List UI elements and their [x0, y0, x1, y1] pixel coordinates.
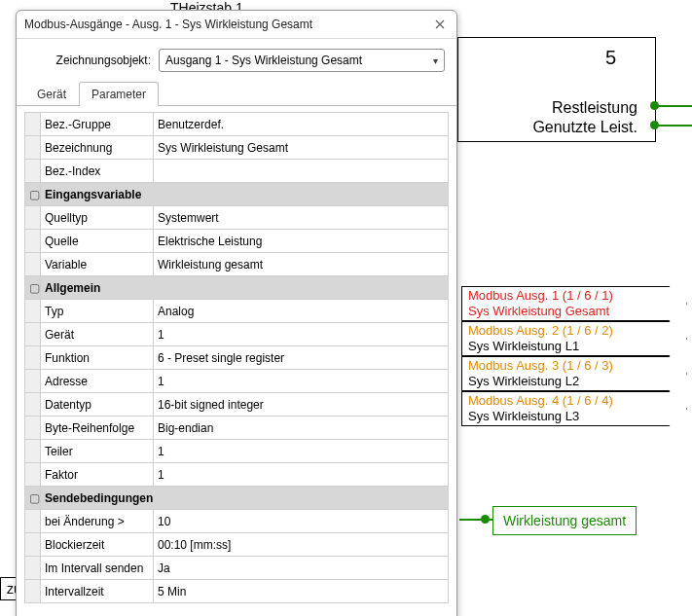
wire-dot: [650, 101, 659, 110]
close-icon[interactable]: [431, 16, 449, 33]
port-restleistung: Restleistung: [552, 99, 637, 117]
wire-dot: [650, 121, 659, 129]
prop-key: Teiler: [41, 440, 154, 463]
prop-value[interactable]: [154, 160, 449, 183]
row-zeichnungsobjekt: Zeichnungsobjekt: Ausgang 1 - Sys Wirkle…: [17, 39, 456, 80]
prop-value[interactable]: Systemwert: [154, 206, 449, 230]
table-row: Bez.-Index: [25, 160, 449, 183]
dialog-button-row: OK OK, ohne Zuweisen Abbrechen: [17, 607, 456, 616]
table-row: TypAnalog: [25, 300, 449, 323]
prop-value[interactable]: Ja: [154, 557, 449, 580]
table-row: Datentyp16-bit signed integer: [25, 393, 449, 417]
prop-value[interactable]: 1: [154, 440, 449, 463]
collapse-icon[interactable]: ▢: [25, 487, 41, 510]
prop-key: Intervallzeit: [41, 580, 154, 603]
prop-value[interactable]: Wirkleistung gesamt: [154, 253, 449, 276]
table-row: BezeichnungSys Wirkleistung Gesamt: [25, 136, 449, 160]
table-row: Im Intervall sendenJa: [25, 557, 449, 580]
wire: [654, 125, 692, 127]
modbus-output-4[interactable]: Modbus Ausg. 4 (1 / 6 / 4) Sys Wirkleist…: [461, 391, 687, 426]
collapse-icon[interactable]: ▢: [25, 183, 41, 206]
prop-key: Typ: [41, 300, 154, 323]
modbus-out-line1: Modbus Ausg. 2 (1 / 6 / 2): [462, 322, 686, 339]
prop-value[interactable]: Sys Wirkleistung Gesamt: [154, 136, 449, 160]
dialog-titlebar[interactable]: Modbus-Ausgänge - Ausg. 1 - Sys Wirkleis…: [17, 11, 456, 39]
group-header[interactable]: Sendebedingungen: [41, 487, 449, 510]
node-id: 5: [605, 47, 616, 69]
prop-key: Bez.-Gruppe: [41, 113, 154, 136]
zeichnungsobjekt-label: Zeichnungsobjekt:: [28, 54, 159, 67]
table-row: Bez.-GruppeBenutzerdef.: [25, 113, 449, 136]
combo-selected-value: Ausgang 1 - Sys Wirkleistung Gesamt: [165, 54, 362, 67]
modbus-out-line2: Sys Wirkleistung L1: [462, 339, 686, 353]
tab-parameter[interactable]: Parameter: [79, 82, 159, 106]
modbus-output-3[interactable]: Modbus Ausg. 3 (1 / 6 / 3) Sys Wirkleist…: [461, 356, 687, 391]
table-row: QuelleElektrische Leistung: [25, 230, 449, 253]
prop-key: Variable: [41, 253, 154, 276]
prop-value[interactable]: Analog: [154, 300, 449, 323]
table-row: Funktion6 - Preset single register: [25, 346, 449, 370]
prop-value[interactable]: 16-bit signed integer: [154, 393, 449, 417]
table-row: VariableWirkleistung gesamt: [25, 253, 449, 276]
table-row: Faktor1: [25, 463, 449, 487]
prop-key: Byte-Reihenfolge: [41, 417, 154, 440]
modbus-output-2[interactable]: Modbus Ausg. 2 (1 / 6 / 2) Sys Wirkleist…: [461, 321, 687, 356]
prop-key: Gerät: [41, 323, 154, 346]
modbus-out-line2: Sys Wirkleistung Gesamt: [462, 304, 686, 318]
prop-key: Faktor: [41, 463, 154, 487]
prop-key: Datentyp: [41, 393, 154, 417]
prop-value[interactable]: 1: [154, 323, 449, 346]
table-row: Adresse1: [25, 370, 449, 393]
modbus-output-1[interactable]: Modbus Ausg. 1 (1 / 6 / 1) Sys Wirkleist…: [461, 286, 687, 321]
group-sendebedingungen: ▢Sendebedingungen: [25, 487, 449, 510]
modbus-out-line1: Modbus Ausg. 3 (1 / 6 / 3): [462, 357, 686, 374]
group-header[interactable]: Allgemein: [41, 276, 449, 300]
property-grid[interactable]: Bez.-GruppeBenutzerdef. BezeichnungSys W…: [24, 112, 449, 603]
collapse-icon[interactable]: ▢: [25, 276, 41, 300]
prop-value[interactable]: Elektrische Leistung: [154, 230, 449, 253]
modbus-out-line2: Sys Wirkleistung L2: [462, 374, 686, 388]
table-row: Blockierzeit00:10 [mm:ss]: [25, 533, 449, 557]
wire: [654, 105, 692, 107]
table-row: QuelltypSystemwert: [25, 206, 449, 230]
zeichnungsobjekt-combo[interactable]: Ausgang 1 - Sys Wirkleistung Gesamt ▾: [159, 49, 445, 72]
table-row: Teiler1: [25, 440, 449, 463]
tab-geraet[interactable]: Gerät: [24, 82, 79, 106]
prop-value[interactable]: 5 Min: [154, 580, 449, 603]
prop-key: Bez.-Index: [41, 160, 154, 183]
prop-value[interactable]: Benutzerdef.: [154, 113, 449, 136]
prop-key: Quelle: [41, 230, 154, 253]
prop-key: Adresse: [41, 370, 154, 393]
prop-key: Quelltyp: [41, 206, 154, 230]
prop-value[interactable]: 00:10 [mm:ss]: [154, 533, 449, 557]
modbus-out-line1: Modbus Ausg. 1 (1 / 6 / 1): [462, 287, 686, 304]
dialog-title: Modbus-Ausgänge - Ausg. 1 - Sys Wirkleis…: [24, 18, 312, 31]
modbus-out-line2: Sys Wirkleistung L3: [462, 409, 686, 423]
port-genutzte: Genutzte Leist.: [532, 119, 637, 136]
prop-value[interactable]: Big-endian: [154, 417, 449, 440]
table-row: bei Änderung >10: [25, 510, 449, 533]
prop-key: bei Änderung >: [41, 510, 154, 533]
tab-strip: Gerät Parameter: [17, 82, 456, 106]
wire-dot: [481, 515, 490, 524]
modbus-out-line1: Modbus Ausg. 4 (1 / 6 / 4): [462, 392, 686, 409]
node-wirkleistung-gesamt[interactable]: Wirkleistung gesamt: [492, 506, 637, 535]
dialog-modbus-output: Modbus-Ausgänge - Ausg. 1 - Sys Wirkleis…: [16, 10, 457, 616]
group-eingangsvariable: ▢Eingangsvariable: [25, 183, 449, 206]
table-row: Byte-ReihenfolgeBig-endian: [25, 417, 449, 440]
prop-value[interactable]: 1: [154, 370, 449, 393]
chevron-down-icon: ▾: [433, 55, 438, 66]
prop-key: Blockierzeit: [41, 533, 154, 557]
prop-value[interactable]: 10: [154, 510, 449, 533]
prop-value[interactable]: 1: [154, 463, 449, 487]
prop-value[interactable]: 6 - Preset single register: [154, 346, 449, 370]
group-allgemein: ▢Allgemein: [25, 276, 449, 300]
table-row: Gerät1: [25, 323, 449, 346]
group-header[interactable]: Eingangsvariable: [41, 183, 449, 206]
prop-key: Bezeichnung: [41, 136, 154, 160]
prop-key: Funktion: [41, 346, 154, 370]
table-row: Intervallzeit5 Min: [25, 580, 449, 603]
prop-key: Im Intervall senden: [41, 557, 154, 580]
